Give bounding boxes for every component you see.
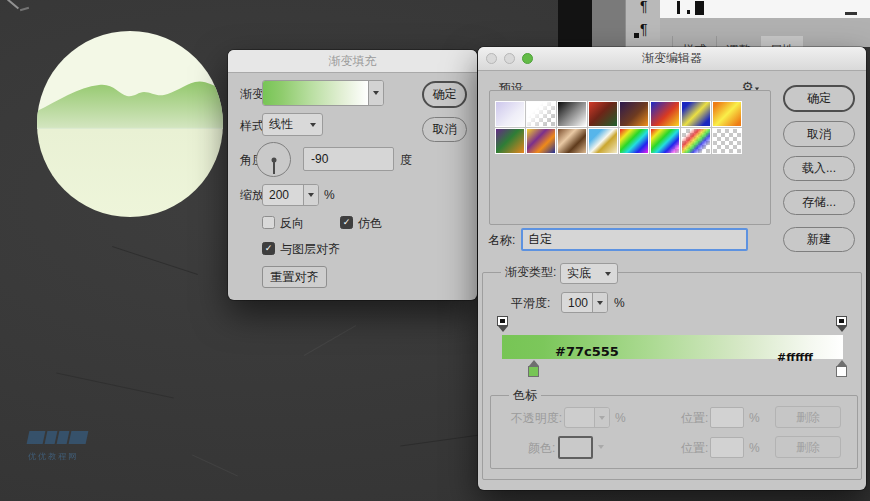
save-button-label: 存储... (802, 194, 836, 211)
paragraph-glyph: ¶ (640, 21, 648, 37)
workspace-gutter (592, 0, 625, 47)
save-button[interactable]: 存储... (783, 190, 855, 215)
dialog-title: 渐变编辑器 (642, 50, 702, 67)
preset-swatch-yellow-violet-orange-blue[interactable] (526, 128, 556, 154)
chevron-down-icon[interactable] (598, 445, 604, 449)
minimize-button[interactable] (504, 53, 515, 64)
panel-strip-mark (845, 12, 857, 15)
cancel-button[interactable]: 取消 (422, 117, 467, 142)
dither-checkbox[interactable]: ✓ (340, 216, 353, 229)
watermark-logo-icon (28, 430, 89, 448)
reset-alignment-button[interactable]: 重置对齐 (262, 266, 327, 288)
new-button-label: 新建 (807, 231, 831, 248)
watermark-text: 优优教程网 (28, 451, 89, 462)
align-with-layer-label: 与图层对齐 (280, 242, 340, 256)
smoothness-select[interactable]: 100 (561, 292, 608, 313)
opacity-stop-right[interactable] (835, 316, 848, 332)
paragraph-styles-panel-icon[interactable]: ¶ (632, 24, 658, 44)
canvas-circle-artwork[interactable] (37, 31, 223, 217)
stop-color-location-field[interactable] (710, 437, 744, 458)
stop-opacity-location-unit: % (749, 411, 760, 425)
dither-label: 仿色 (358, 216, 382, 230)
style-select-value: 线性 (269, 116, 293, 133)
color-stop-right[interactable] (835, 360, 848, 377)
zoom-button[interactable] (522, 53, 533, 64)
dialog-title: 渐变填充 (329, 53, 377, 70)
name-label: 名称: (488, 233, 515, 247)
preset-swatch-blue-yellow-blue[interactable] (681, 101, 711, 127)
chevron-down-icon (605, 272, 611, 276)
preset-swatch-blue-red-yellow[interactable] (650, 101, 680, 127)
left-stop-hex-annotation: #77c555 (555, 344, 619, 359)
preset-swatch-white-transparent[interactable] (526, 101, 556, 127)
preset-swatch-copper[interactable] (557, 128, 587, 154)
stop-opacity-unit-label: % (615, 411, 626, 425)
gradient-editor-dialog: 渐变编辑器 预设 ⚙ (478, 47, 866, 490)
gradient-fill-dialog: 渐变填充 渐变: 确定 样式: 线性 取消 角度: 度 缩放: 200 (228, 50, 477, 300)
reverse-label: 反向 (280, 216, 304, 230)
check-icon: ✓ (343, 218, 351, 227)
angle-dial[interactable] (256, 142, 291, 177)
preset-swatch-spectrum[interactable] (619, 128, 649, 154)
gradient-picker-dropdown[interactable] (368, 81, 383, 105)
gradient-type-select[interactable]: 实底 (560, 263, 618, 284)
style-select[interactable]: 线性 (262, 113, 323, 136)
gradient-swatch-preview[interactable] (263, 81, 368, 105)
delete-color-stop-button[interactable]: 删除 (775, 436, 841, 458)
preset-swatch-chrome-blue-gold[interactable] (588, 128, 618, 154)
preset-swatch-purple-green-orange[interactable] (495, 128, 525, 154)
scale-select-dropdown[interactable] (303, 185, 318, 205)
gradient-editor-titlebar[interactable]: 渐变编辑器 (478, 47, 866, 71)
opacity-stop-left[interactable] (496, 316, 509, 332)
paragraph-panel-icon[interactable]: ¶ (640, 0, 648, 14)
preset-swatch-violet-orange[interactable] (619, 101, 649, 127)
ok-button-label: 确定 (807, 90, 831, 107)
preset-swatch-transparent[interactable] (712, 128, 742, 154)
color-stop-left[interactable] (527, 360, 540, 377)
angle-input[interactable] (303, 147, 394, 171)
preset-swatch-orange-yellow-orange[interactable] (712, 101, 742, 127)
stop-color-swatch[interactable] (558, 436, 593, 459)
panel-square-glyph (634, 33, 639, 38)
stop-opacity-label: 不透明度: (498, 411, 562, 425)
cancel-button-label: 取消 (433, 121, 457, 138)
reverse-checkbox[interactable] (262, 216, 275, 229)
stop-color-location-unit: % (749, 441, 760, 455)
name-input[interactable] (521, 228, 748, 251)
close-button[interactable] (486, 53, 497, 64)
texture-scratch (56, 373, 174, 399)
smoothness-label: 平滑度: (511, 296, 550, 310)
load-button[interactable]: 载入... (783, 156, 855, 181)
align-with-layer-checkbox[interactable]: ✓ (262, 242, 275, 255)
texture-scratch (192, 454, 238, 476)
chevron-down-icon (597, 301, 603, 305)
stop-opacity-select[interactable] (564, 407, 610, 428)
texture-scratch (112, 246, 198, 275)
ok-button[interactable]: 确定 (783, 85, 855, 112)
texture-scratch (400, 434, 479, 446)
preset-swatch-lavender-white[interactable] (495, 101, 525, 127)
smoothness-dropdown[interactable] (592, 293, 607, 312)
collapsed-panel-column: ¶ ¶ (625, 0, 660, 47)
scale-select-value: 200 (269, 188, 289, 202)
preset-swatch-transparent-rainbow-stripes[interactable] (681, 128, 711, 154)
smoothness-unit-label: % (614, 296, 625, 310)
cancel-button[interactable]: 取消 (783, 121, 855, 147)
chevron-down-icon (308, 193, 314, 197)
scale-select[interactable]: 200 (262, 184, 319, 206)
watermark: 优优教程网 (28, 430, 89, 462)
ok-button[interactable]: 确定 (422, 81, 467, 108)
smoothness-value: 100 (568, 296, 588, 310)
gradient-swatch-picker[interactable] (262, 80, 384, 106)
stop-color-label: 颜色: (528, 441, 555, 455)
preset-swatch-red-green[interactable] (588, 101, 618, 127)
panel-strip-mark (695, 1, 704, 15)
new-button[interactable]: 新建 (783, 227, 855, 252)
stop-opacity-location-field[interactable] (710, 407, 744, 428)
delete-opacity-stop-button[interactable]: 删除 (775, 406, 841, 428)
gradient-fill-titlebar[interactable]: 渐变填充 (228, 50, 477, 73)
panel-strip-top (660, 0, 870, 18)
preset-swatch-rainbow-transparent[interactable] (650, 128, 680, 154)
preset-swatch-black-white[interactable] (557, 101, 587, 127)
scale-unit-label: % (324, 188, 335, 202)
